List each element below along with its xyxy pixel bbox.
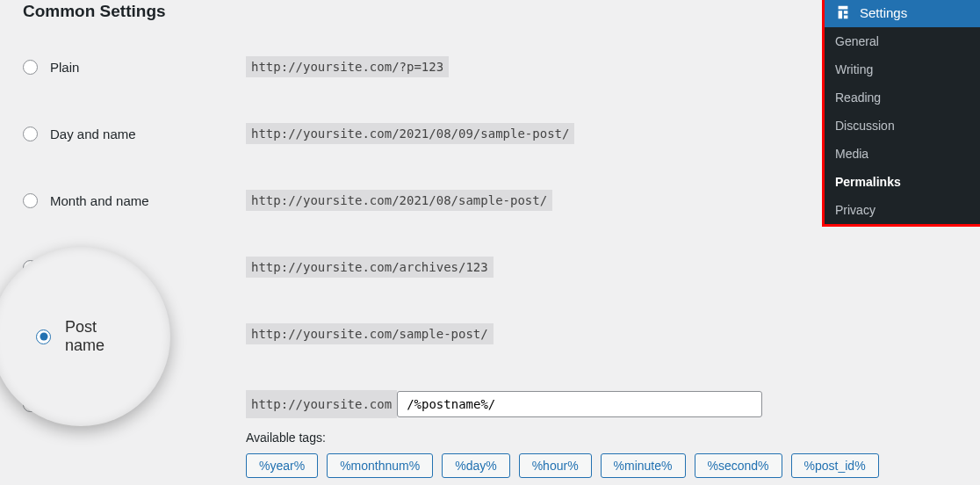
tag-post-id[interactable]: %post_id% bbox=[791, 453, 879, 478]
radio-numeric[interactable] bbox=[23, 260, 38, 275]
tag-day[interactable]: %day% bbox=[442, 453, 509, 478]
radio-month-name[interactable] bbox=[23, 193, 38, 208]
option-post-name: Post name http://yoursite.com/sample-pos… bbox=[23, 322, 980, 346]
sidebar-header[interactable]: Settings bbox=[825, 0, 980, 27]
option-label-month-name: Month and name bbox=[50, 193, 149, 208]
tag-monthnum[interactable]: %monthnum% bbox=[327, 453, 433, 478]
url-sample-day-name: http://yoursite.com/2021/08/09/sample-po… bbox=[246, 123, 574, 144]
radio-custom[interactable] bbox=[23, 397, 38, 412]
sidebar-title: Settings bbox=[860, 5, 907, 20]
url-sample-numeric: http://yoursite.com/archives/123 bbox=[246, 257, 494, 278]
tags-row: %year% %monthnum% %day% %hour% %minute% … bbox=[246, 453, 980, 485]
option-label-custom: ucture bbox=[50, 397, 87, 412]
radio-plain[interactable] bbox=[23, 60, 38, 75]
option-numeric: http://yoursite.com/archives/123 bbox=[23, 255, 980, 279]
settings-sidebar: Settings General Writing Reading Discuss… bbox=[825, 0, 980, 224]
available-tags-label: Available tags: bbox=[246, 431, 980, 445]
radio-post-name[interactable] bbox=[23, 327, 38, 342]
sidebar-item-general[interactable]: General bbox=[825, 27, 980, 55]
sidebar-item-privacy[interactable]: Privacy bbox=[825, 196, 980, 224]
sidebar-item-reading[interactable]: Reading bbox=[825, 83, 980, 112]
custom-structure-input[interactable] bbox=[397, 391, 762, 417]
tag-second[interactable]: %second% bbox=[695, 453, 782, 478]
tag-hour[interactable]: %hour% bbox=[519, 453, 592, 478]
radio-day-name[interactable] bbox=[23, 127, 38, 141]
url-sample-post-name: http://yoursite.com/sample-post/ bbox=[246, 323, 494, 344]
option-label-day-name: Day and name bbox=[50, 127, 136, 141]
option-label-plain: Plain bbox=[50, 60, 79, 75]
sidebar-item-discussion[interactable]: Discussion bbox=[825, 112, 980, 140]
url-sample-month-name: http://yoursite.com/2021/08/sample-post/ bbox=[246, 190, 552, 211]
url-sample-plain: http://yoursite.com/?p=123 bbox=[246, 56, 449, 77]
settings-icon bbox=[835, 4, 851, 20]
custom-url-prefix: http://yoursite.com bbox=[246, 390, 397, 418]
tag-year[interactable]: %year% bbox=[246, 453, 318, 478]
sidebar-item-writing[interactable]: Writing bbox=[825, 55, 980, 83]
sidebar-item-permalinks[interactable]: Permalinks bbox=[825, 168, 980, 196]
tag-minute[interactable]: %minute% bbox=[601, 453, 686, 478]
sidebar-highlight-box: Settings General Writing Reading Discuss… bbox=[822, 0, 980, 227]
sidebar-item-media[interactable]: Media bbox=[825, 140, 980, 168]
option-custom: ucture http://yoursite.com bbox=[23, 390, 980, 418]
